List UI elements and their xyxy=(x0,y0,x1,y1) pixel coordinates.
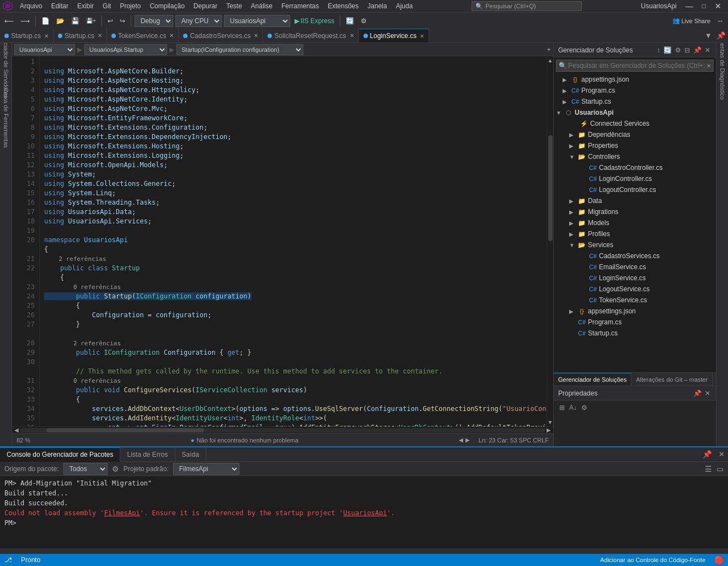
redo-button[interactable]: ↪ xyxy=(117,16,127,26)
bottom-tab-console[interactable]: Console do Gerenciador de Pacotes xyxy=(0,447,120,462)
namespace-selector[interactable]: UsuariosApi xyxy=(14,44,75,55)
tab-pin-button[interactable]: 📌 xyxy=(714,31,728,40)
settings-button[interactable]: ⚙ xyxy=(112,464,119,473)
sidebar-server-explorer[interactable]: Gerenciador de Servidores xyxy=(1,45,12,78)
bottom-panel-close[interactable]: ✕ xyxy=(715,450,728,458)
menu-item-git[interactable]: Git xyxy=(98,1,115,11)
props-pin-button[interactable]: 📌 xyxy=(692,388,703,398)
debug-mode-dropdown[interactable]: Debug xyxy=(135,15,173,27)
code-text[interactable]: using Microsoft.AspNetCore.Builder; usin… xyxy=(40,56,547,426)
vertical-scrollbar[interactable]: ▲ ▼ xyxy=(547,56,553,426)
tree-item-appsettings[interactable]: ▶ {} appsettings.json xyxy=(554,74,716,85)
forward-button[interactable]: ⟶ xyxy=(18,16,32,26)
tree-item-emailservice[interactable]: C# EmailService.cs xyxy=(554,261,716,273)
props-alpha-button[interactable]: A↓ xyxy=(568,403,578,413)
scroll-code-left[interactable]: ◀ xyxy=(459,437,463,443)
tree-item-data[interactable]: ▶ 📁 Data xyxy=(554,195,716,206)
menu-item-analise[interactable]: Análise xyxy=(247,1,277,11)
sync-button[interactable]: ↕ xyxy=(656,45,661,55)
tab-cadastro[interactable]: CadastroServices.cs ✕ xyxy=(179,29,263,43)
tree-item-connected-services[interactable]: ⚡ Connected Services xyxy=(554,118,716,129)
console-h-scrollbar[interactable] xyxy=(0,548,728,554)
new-file-button[interactable]: 📄 xyxy=(39,16,52,26)
tree-item-models[interactable]: ▶ 📁 Models xyxy=(554,217,716,228)
back-button[interactable]: ⟵ xyxy=(2,16,16,26)
tree-item-logoutservice[interactable]: C# LogoutService.cs xyxy=(554,284,716,295)
horizontal-scrollbar[interactable]: ◀ ▶ xyxy=(12,426,553,433)
save-all-button[interactable]: 💾+ xyxy=(84,17,98,25)
menu-item-compilacao[interactable]: Compilação xyxy=(145,1,189,11)
tree-item-services[interactable]: ▼ 📂 Services xyxy=(554,239,716,250)
props-categories-button[interactable]: ⊞ xyxy=(558,403,566,413)
menu-item-depurar[interactable]: Depurar xyxy=(189,1,222,11)
expand-editor-button[interactable]: + xyxy=(547,45,551,54)
scroll-up-button[interactable]: ▲ xyxy=(547,56,553,65)
tab-login[interactable]: LoginService.cs ✕ xyxy=(359,29,430,43)
tree-item-program2[interactable]: C# Program.cs xyxy=(554,317,716,328)
tree-item-profiles[interactable]: ▶ 📁 Profiles xyxy=(554,228,716,239)
run-button[interactable]: ▶ IIS Express xyxy=(292,16,336,26)
tree-item-cadastroservices[interactable]: C# CadastroServices.cs xyxy=(554,250,716,261)
tree-item-logoutcontroller[interactable]: C# LogoutController.cs xyxy=(554,184,716,195)
bottom-panel-pin[interactable]: 📌 xyxy=(699,450,715,458)
code-editor[interactable]: 12345 678910 1112131415 1617181920 . 212… xyxy=(12,56,553,426)
tree-item-startup-root[interactable]: ▶ C# Startup.cs xyxy=(554,96,716,107)
tree-item-logincontroller[interactable]: C# LoginController.cs xyxy=(554,173,716,184)
panel-tab-git[interactable]: Alterações do Git – master xyxy=(631,373,713,386)
sol-search-clear[interactable]: ✕ xyxy=(706,63,711,69)
collapse-all-button[interactable]: ⊟ xyxy=(683,45,691,55)
sol-close-button[interactable]: ✕ xyxy=(704,45,711,55)
menu-item-extensoes[interactable]: Extensões xyxy=(323,1,363,11)
platform-dropdown[interactable]: Any CPU xyxy=(175,15,222,27)
save-button[interactable]: 💾 xyxy=(69,16,82,26)
list-view-button[interactable]: ☰ xyxy=(705,464,712,473)
tree-item-dependencias[interactable]: ▶ 📁 Dependências xyxy=(554,129,716,140)
undo-button[interactable]: ↩ xyxy=(105,16,115,26)
tab-token[interactable]: TokenService.cs ✕ xyxy=(107,29,179,43)
scroll-code-right[interactable]: ▶ xyxy=(465,437,470,443)
method-selector[interactable]: Startup(IConfiguration configuration) xyxy=(176,44,303,55)
tree-item-startup2[interactable]: C# Startup.cs xyxy=(554,328,716,339)
tab-close-startup-2[interactable]: ✕ xyxy=(98,33,102,39)
tree-item-appsettings2[interactable]: ▶ {} appsettings.json xyxy=(554,306,716,317)
source-control-label[interactable]: Adicionar ao Controle do Código-Fonte xyxy=(600,557,705,563)
class-selector[interactable]: UsuariosApi.Startup xyxy=(84,44,167,55)
tree-item-migrations[interactable]: ▶ 📁 Migrations xyxy=(554,206,716,217)
sidebar-diagnostic[interactable]: Ferramentas de Diagnóstico xyxy=(717,45,728,78)
bottom-tab-saida[interactable]: Saída xyxy=(175,447,206,462)
origin-dropdown[interactable]: Todos xyxy=(63,463,108,475)
tree-item-controllers[interactable]: ▼ 📂 Controllers xyxy=(554,151,716,162)
tab-list-button[interactable]: ▼ xyxy=(703,31,714,40)
live-share-button[interactable]: 👥 Live Share xyxy=(670,16,713,25)
sol-pin-button[interactable]: 📌 xyxy=(692,45,703,55)
menu-item-projeto[interactable]: Projeto xyxy=(115,1,145,11)
scroll-down-button[interactable]: ▼ xyxy=(547,418,553,426)
tab-close-startup-1[interactable]: ✕ xyxy=(44,33,49,39)
solution-search[interactable]: 🔍 ✕ xyxy=(556,60,714,72)
menu-item-ferramentas[interactable]: Ferramentas xyxy=(277,1,323,11)
sidebar-toolbox[interactable]: Caixa de Ferramentas xyxy=(1,102,12,135)
tree-item-cadastrocontroller[interactable]: C# CadastroController.cs xyxy=(554,162,716,173)
refresh-sol-button[interactable]: 🔄 xyxy=(662,45,673,55)
menu-item-exibir[interactable]: Exibir xyxy=(73,1,98,11)
solution-search-input[interactable] xyxy=(568,62,705,70)
maximize-button[interactable]: □ xyxy=(698,2,710,10)
panel-tab-gerenciador[interactable]: Gerenciador de Soluções xyxy=(554,373,631,386)
scroll-left-button[interactable]: ◀ xyxy=(14,427,19,433)
project-dropdown[interactable]: UsuariosApi xyxy=(224,15,290,27)
console-scrollbar[interactable] xyxy=(721,476,728,548)
tools-button[interactable]: ⚙ xyxy=(358,16,369,26)
scroll-right-button[interactable]: ▶ xyxy=(547,427,551,433)
tab-startup-1[interactable]: Startup.cs ✕ xyxy=(0,29,53,43)
menu-item-ajuda[interactable]: Ajuda xyxy=(392,1,417,11)
tree-item-program-root[interactable]: ▶ C# Program.cs xyxy=(554,85,716,96)
project-dropdown-bottom[interactable]: FilmesApi xyxy=(173,463,239,475)
open-button[interactable]: 📂 xyxy=(54,16,67,26)
tab-startup-2[interactable]: Startup.cs ✕ xyxy=(53,29,107,43)
refresh-button[interactable]: 🔄 xyxy=(344,16,356,26)
bottom-tab-errors[interactable]: Lista de Erros xyxy=(120,447,175,462)
menu-item-editar[interactable]: Editar xyxy=(47,1,73,11)
clear-button[interactable]: ▭ xyxy=(716,464,724,473)
tree-item-properties[interactable]: ▶ 📁 Properties xyxy=(554,140,716,151)
tree-item-loginservice[interactable]: C# LoginService.cs xyxy=(554,273,716,284)
